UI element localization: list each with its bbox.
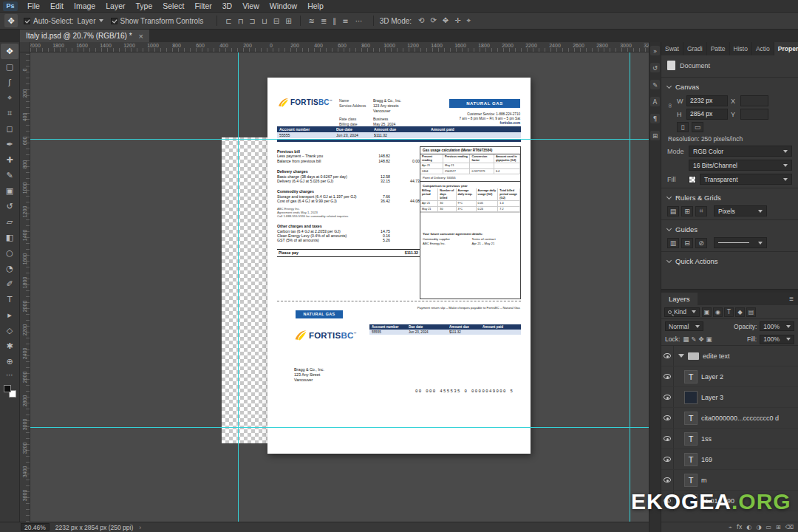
history-panel-icon[interactable]: ↺ [650,63,660,72]
quick-actions-section-header[interactable]: Quick Actions [667,255,792,267]
healing-brush-tool[interactable]: ✚ [1,152,18,168]
lock-pixels-icon[interactable]: ✎ [691,335,696,343]
bit-depth-dropdown[interactable]: 16 Bits/Channel [689,160,792,171]
units-dropdown[interactable]: Pixels [714,205,767,216]
layer-style-icon[interactable]: fx [737,524,743,531]
marquee-tool[interactable]: ▢ [1,59,18,75]
auto-select-target-dropdown[interactable]: Layer [77,17,103,25]
zoom-level-field[interactable]: 20.46% [21,523,50,531]
more-align-options-icon[interactable]: ⋯ [351,17,367,25]
link-dimensions-icon[interactable]: ∞ [666,103,674,109]
distribute-h-icon[interactable]: ≋ [307,17,317,25]
fill-dropdown[interactable]: Transparent [700,174,792,185]
pen-tool[interactable]: ✐ [1,276,18,292]
layer-row[interactable]: T1ss [661,429,798,449]
visibility-toggle[interactable] [661,408,674,428]
filter-pixel-layers-icon[interactable]: ▣ [702,307,712,317]
visibility-toggle[interactable] [661,470,674,490]
align-center-h-icon[interactable]: ⊓ [236,17,246,25]
color-swatches[interactable] [4,385,16,398]
add-guide-icon[interactable]: ▥ [667,238,679,248]
menu-help[interactable]: Help [302,1,329,10]
guides-section-header[interactable]: Guides [667,223,792,236]
edit-toolbar-icon[interactable]: ⋯ [6,371,13,379]
hand-tool[interactable]: ✱ [1,338,18,354]
status-options-icon[interactable]: › [139,524,141,531]
filter-shape-layers-icon[interactable]: ◆ [735,307,745,317]
lasso-tool[interactable]: ʃ [1,75,18,90]
visibility-toggle[interactable] [661,429,674,449]
lock-all-icon[interactable]: ▣ [706,335,712,343]
tab-gradients[interactable]: Gradi [683,42,707,55]
visibility-toggle[interactable] [661,449,674,469]
auto-select-checkbox[interactable] [24,18,30,24]
menu-file[interactable]: File [22,1,45,10]
tab-patterns[interactable]: Patte [707,42,730,55]
eyedropper-tool[interactable]: ✒ [1,137,18,152]
visibility-toggle[interactable] [661,387,674,407]
clear-guides-icon[interactable]: ⊘ [695,238,707,248]
distribute-v-icon[interactable]: ≣ [318,17,329,25]
distribute-spacing-icon[interactable]: ∥ [330,17,338,25]
eraser-tool[interactable]: ▱ [1,214,18,230]
ruler-corner[interactable] [20,42,30,52]
layer-mask-icon[interactable]: ◐ [746,524,751,531]
foreground-color-swatch[interactable] [4,385,11,392]
panel-menu-icon[interactable]: ≡ [789,295,794,303]
menu-type[interactable]: Type [130,1,157,10]
align-bottom-icon[interactable]: ⊞ [283,17,293,25]
character-panel-icon[interactable]: A [650,97,660,106]
toggle-rulers-icon[interactable]: ▤ [667,206,679,216]
vertical-ruler[interactable]: 0200400600800100012001400160018002000220… [20,52,30,522]
y-field[interactable] [740,109,768,120]
dodge-tool[interactable]: ◔ [1,261,18,276]
bill-document[interactable]: FORTISBC™ NameBragg & Co., Inc.Service A… [267,78,531,454]
visibility-toggle[interactable] [661,346,674,366]
expand-collapse-icon[interactable] [678,354,684,358]
close-icon[interactable]: × [139,32,143,41]
show-transform-checkbox[interactable] [111,18,117,24]
layer-row[interactable]: edite text [661,346,798,366]
align-top-icon[interactable]: ⊔ [259,17,270,25]
collapse-panels-icon[interactable]: » [650,46,660,55]
opacity-dropdown[interactable]: 100% [760,321,794,331]
layer-row[interactable]: Layer 3 [661,387,798,408]
quick-selection-tool[interactable]: ⌖ [1,90,18,106]
move-tool[interactable]: ✥ [1,44,18,59]
guide-style-dropdown[interactable] [714,237,767,248]
align-left-icon[interactable]: ⊏ [223,17,233,25]
distribute-edges-icon[interactable]: ≡ [340,17,350,25]
zoom-tool[interactable]: ⊕ [1,354,18,369]
3d-roll-icon[interactable]: ⟳ [428,16,438,25]
toggle-grid-icon[interactable]: ⊞ [681,206,693,216]
align-middle-icon[interactable]: ⊟ [271,17,282,25]
align-right-icon[interactable]: ⊐ [248,17,258,25]
layer-row[interactable]: Tm [661,470,798,491]
menu-edit[interactable]: Edit [45,1,69,10]
info-panel-icon[interactable]: ⊞ [650,131,660,140]
layer-fill-dropdown[interactable]: 100% [760,335,794,344]
layer-row[interactable]: TLayer 2 [661,366,798,387]
portrait-icon[interactable]: ▯ [677,122,689,132]
tab-swatches[interactable]: Swat [661,42,683,55]
3d-rotate-icon[interactable]: ⟲ [416,16,426,25]
history-brush-tool[interactable]: ↺ [1,199,18,214]
landscape-icon[interactable]: ▭ [692,122,703,132]
lock-transparency-icon[interactable]: ▦ [683,335,689,343]
new-layer-icon[interactable]: ⊞ [776,524,781,531]
document-tab[interactable]: Italy id.psd @ 20.7% (RGB/16) * × [20,30,149,42]
3d-scale-icon[interactable]: ⌖ [465,16,474,25]
link-layers-icon[interactable]: ⌁ [729,524,732,531]
frame-tool[interactable]: ◻ [1,121,18,137]
crop-tool[interactable]: ⌗ [1,106,18,121]
tab-actions[interactable]: Actio [752,42,774,55]
visibility-toggle[interactable] [661,366,674,386]
type-tool[interactable]: T [1,292,18,307]
brushes-panel-icon[interactable]: ✎ [650,80,660,89]
filter-smart-objects-icon[interactable]: ▤ [746,307,756,317]
layer-row[interactable]: T169 [661,449,798,470]
paragraph-panel-icon[interactable]: ¶ [650,114,660,123]
menu-view[interactable]: View [237,1,265,10]
clone-stamp-tool[interactable]: ▣ [1,183,18,199]
tab-layers[interactable]: Layers [661,293,698,305]
